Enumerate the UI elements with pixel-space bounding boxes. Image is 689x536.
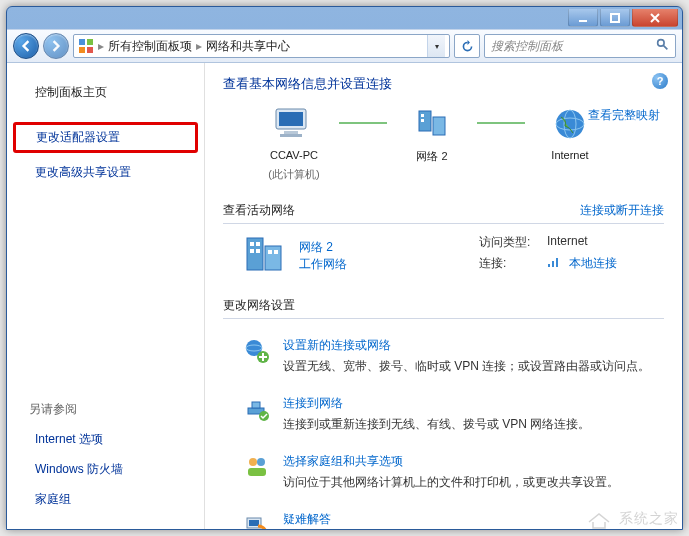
chevron-right-icon: ▸ [196,39,202,53]
task-desc: 连接到或重新连接到无线、有线、拨号或 VPN 网络连接。 [283,416,590,433]
breadcrumb-dropdown[interactable]: ▾ [427,35,445,57]
close-button[interactable] [632,9,678,27]
svg-rect-13 [433,117,445,135]
map-node-label: 网络 2 [416,149,447,164]
search-placeholder: 搜索控制面板 [491,38,563,55]
breadcrumb-level-2[interactable]: 网络和共享中心 [206,38,290,55]
maximize-button[interactable] [600,9,630,27]
sidebar-item-homegroup[interactable]: 家庭组 [13,485,198,514]
forward-button[interactable] [43,33,69,59]
map-node-network: 网络 2 [397,107,467,164]
svg-rect-11 [280,134,302,137]
svg-rect-3 [87,39,93,45]
homegroup-icon [243,453,271,480]
svg-rect-19 [247,238,263,270]
svg-rect-25 [268,250,272,254]
svg-rect-0 [579,20,587,22]
access-type-value: Internet [547,234,588,251]
active-network-type[interactable]: 工作网络 [299,256,347,273]
svg-rect-5 [87,47,93,53]
svg-rect-29 [556,258,558,267]
svg-rect-10 [284,131,298,134]
control-panel-icon [78,38,94,54]
page-title: 查看基本网络信息并设置连接 [223,75,664,93]
svg-rect-40 [249,520,259,526]
task-troubleshoot[interactable]: 疑难解答 [223,503,664,529]
access-type-label: 访问类型: [479,234,539,251]
svg-rect-23 [250,249,254,253]
section-active-networks: 查看活动网络 连接或断开连接 [223,198,664,224]
task-title: 选择家庭组和共享选项 [283,453,619,470]
svg-point-37 [257,458,265,466]
svg-rect-28 [552,261,554,267]
svg-rect-1 [611,14,619,22]
back-button[interactable] [13,33,39,59]
toolbar: ▸ 所有控制面板项 ▸ 网络和共享中心 ▾ 搜索控制面板 [7,29,682,63]
search-icon [656,38,669,54]
task-setup-connection[interactable]: 设置新的连接或网络 设置无线、宽带、拨号、临时或 VPN 连接；或设置路由器或访… [223,329,664,387]
task-title: 设置新的连接或网络 [283,337,650,354]
connection-link[interactable]: 本地连接 [569,255,617,272]
add-connection-icon [243,337,271,364]
task-title: 疑难解答 [283,511,331,528]
globe-icon [553,107,587,143]
svg-rect-21 [250,242,254,246]
content-area: ? 查看基本网络信息并设置连接 查看完整映射 CCAV-PC (此计算机) 网络 [205,63,682,529]
building-icon [243,234,287,277]
map-node-this-pc: CCAV-PC (此计算机) [259,107,329,182]
task-desc: 访问位于其他网络计算机上的文件和打印机，或更改共享设置。 [283,474,619,491]
map-node-label: CCAV-PC [270,149,318,161]
network-icon [413,107,451,143]
link-full-map[interactable]: 查看完整映射 [588,107,660,124]
connect-icon [243,395,271,422]
network-map: 查看完整映射 CCAV-PC (此计算机) 网络 2 [223,107,664,182]
link-connect-disconnect[interactable]: 连接或断开连接 [580,202,664,219]
svg-rect-2 [79,39,85,45]
active-network-name[interactable]: 网络 2 [299,239,347,256]
svg-rect-20 [265,246,281,270]
task-desc: 设置无线、宽带、拨号、临时或 VPN 连接；或设置路由器或访问点。 [283,358,650,375]
svg-rect-9 [279,112,303,126]
sidebar-item-advanced-sharing[interactable]: 更改高级共享设置 [13,158,198,187]
map-node-sublabel: (此计算机) [268,167,319,182]
connection-label: 连接: [479,255,539,272]
sidebar-item-firewall[interactable]: Windows 防火墙 [13,455,198,484]
svg-rect-14 [421,114,424,117]
see-also-header: 另请参阅 [7,395,204,424]
sidebar-home[interactable]: 控制面板主页 [13,78,198,107]
svg-rect-24 [256,249,260,253]
sidebar: 控制面板主页 更改适配器设置 更改高级共享设置 另请参阅 Internet 选项… [7,63,205,529]
svg-rect-12 [419,111,431,131]
search-input[interactable]: 搜索控制面板 [484,34,676,58]
svg-point-36 [249,458,257,466]
signal-icon [547,255,561,272]
svg-rect-26 [274,250,278,254]
svg-point-6 [658,40,665,47]
svg-rect-4 [79,47,85,53]
task-connect-network[interactable]: 连接到网络 连接到或重新连接到无线、有线、拨号或 VPN 网络连接。 [223,387,664,445]
task-title: 连接到网络 [283,395,590,412]
troubleshoot-icon [243,511,271,529]
svg-point-16 [556,110,584,138]
svg-rect-27 [548,264,550,267]
task-homegroup-sharing[interactable]: 选择家庭组和共享选项 访问位于其他网络计算机上的文件和打印机，或更改共享设置。 [223,445,664,503]
window-titlebar [7,7,682,29]
svg-rect-22 [256,242,260,246]
svg-rect-15 [421,119,424,122]
sidebar-item-internet-options[interactable]: Internet 选项 [13,425,198,454]
svg-line-7 [663,45,667,49]
computer-icon [272,107,316,143]
svg-rect-38 [248,468,266,476]
help-icon[interactable]: ? [652,73,668,89]
map-node-label: Internet [551,149,588,161]
minimize-button[interactable] [568,9,598,27]
breadcrumb-level-1[interactable]: 所有控制面板项 [108,38,192,55]
section-change-settings: 更改网络设置 [223,293,664,319]
breadcrumb[interactable]: ▸ 所有控制面板项 ▸ 网络和共享中心 ▾ [73,34,450,58]
refresh-button[interactable] [454,34,480,58]
chevron-right-icon: ▸ [98,39,104,53]
svg-rect-34 [252,402,260,408]
sidebar-item-adapter-settings[interactable]: 更改适配器设置 [13,122,198,153]
